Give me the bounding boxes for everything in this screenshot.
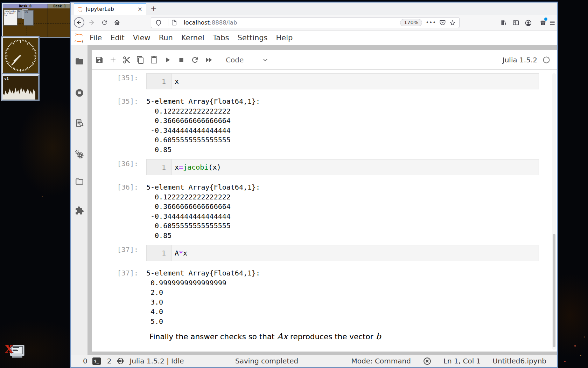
markdown-text: reproduces the vector: [288, 332, 376, 341]
input-prompt: [37]:: [92, 245, 142, 261]
clock-tick: [5, 60, 7, 61]
menu-settings[interactable]: Settings: [237, 34, 267, 42]
library-icon[interactable]: [499, 18, 508, 27]
clock-tick: [23, 40, 24, 41]
code-cell-input[interactable]: 1 A*x: [146, 245, 539, 261]
restart-button[interactable]: [191, 56, 199, 64]
xterm-window-icon[interactable]: X: [5, 342, 24, 358]
kernel-chip-icon[interactable]: [116, 357, 125, 365]
kernel-name[interactable]: Julia 1.5.2: [503, 56, 537, 64]
pager-desk-1[interactable]: Desk 1: [48, 4, 71, 37]
notebook-scroll-area[interactable]: [35]: 1 x [35]: 5-element Array{Float64,…: [92, 70, 557, 352]
extensions-icon[interactable]: [75, 206, 84, 215]
code-cell-input[interactable]: 1 x: [146, 73, 539, 89]
clock-tick: [27, 42, 28, 45]
clock-tick: [5, 58, 6, 59]
page-info-icon[interactable]: [171, 20, 177, 26]
terminal-icon[interactable]: $_: [92, 357, 101, 365]
pager-mini-window[interactable]: src: [24, 10, 34, 26]
bookmark-star-icon[interactable]: [449, 19, 456, 26]
clock-tick: [19, 40, 19, 41]
menu-run[interactable]: Run: [159, 34, 173, 42]
code-line[interactable]: x: [172, 77, 179, 86]
url-bar[interactable]: localhost:8888/lab 170% •••: [151, 17, 460, 28]
terminals-count[interactable]: 0: [83, 357, 88, 365]
scrollbar-thumb[interactable]: [553, 234, 555, 347]
url-text[interactable]: localhost:8888/lab: [184, 19, 400, 26]
menu-file[interactable]: File: [90, 34, 102, 42]
clock-tick: [20, 69, 21, 71]
run-all-button[interactable]: [204, 56, 213, 64]
menu-view[interactable]: View: [133, 34, 150, 42]
kernel-status-icon[interactable]: [542, 56, 551, 64]
circle-x-icon[interactable]: [423, 357, 432, 366]
clock-tick: [24, 69, 26, 70]
menu-edit[interactable]: Edit: [110, 34, 125, 42]
tracking-shield-icon[interactable]: [155, 20, 162, 26]
command-palette-icon[interactable]: [75, 118, 84, 128]
reload-icon: [101, 19, 108, 26]
account-icon[interactable]: [524, 18, 533, 27]
back-button[interactable]: [74, 17, 84, 28]
code-line[interactable]: x=jacobi(x): [172, 163, 221, 172]
add-button[interactable]: [109, 56, 117, 64]
cell-type-dropdown[interactable]: Code: [226, 56, 244, 64]
open-tabs-icon[interactable]: [75, 177, 84, 186]
stop-button[interactable]: [177, 56, 186, 64]
kernel-status-text[interactable]: Julia 1.5.2 | Idle: [130, 357, 184, 365]
sidebar-toggle-icon[interactable]: [511, 18, 520, 27]
save-button[interactable]: [95, 56, 104, 64]
pocket-icon[interactable]: [439, 19, 446, 26]
cut-button[interactable]: [122, 56, 131, 64]
chevron-down-icon[interactable]: [262, 56, 269, 63]
load-graph: [3, 86, 35, 100]
clock-tick: [12, 42, 14, 45]
notebook-scrollbar[interactable]: [552, 73, 556, 350]
code-cell-input[interactable]: 1 x=jacobi(x): [146, 159, 539, 175]
tab-title: JupyterLab: [86, 6, 137, 12]
pager-desk-0[interactable]: Desk 0 JupyterLab - MozillaZoXasrc: [3, 4, 48, 37]
clock-tick: [34, 49, 35, 50]
city-light: [584, 336, 585, 338]
code-line[interactable]: A*x: [172, 248, 187, 258]
home-button[interactable]: [112, 17, 122, 28]
browser-tab[interactable]: JupyterLab ×: [74, 3, 146, 15]
copy-button[interactable]: [136, 56, 145, 64]
kernels-count[interactable]: 2: [107, 357, 112, 365]
run-button[interactable]: [163, 56, 172, 64]
property-inspector-icon[interactable]: [75, 150, 84, 159]
pager-desk-body[interactable]: JupyterLab - MozillaZoXasrc: [3, 8, 48, 35]
clock-tick: [11, 42, 12, 44]
paste-button[interactable]: [150, 56, 158, 64]
reload-button[interactable]: [99, 17, 110, 28]
page-actions-icon[interactable]: •••: [426, 20, 436, 26]
markdown-text: Finally the answer checks so that: [149, 332, 277, 341]
tab-close-icon[interactable]: ×: [137, 6, 143, 12]
zoom-level-badge[interactable]: 170%: [400, 19, 422, 26]
forward-button[interactable]: [86, 17, 97, 28]
notebook-toolbar: Code Julia 1.5.2: [92, 50, 557, 70]
clock-tick: [24, 40, 26, 42]
menu-help[interactable]: Help: [276, 34, 293, 42]
url-host: localhost: [184, 19, 210, 26]
pager-desk-body[interactable]: [48, 8, 71, 35]
running-sessions-icon[interactable]: [75, 88, 84, 97]
file-browser-icon[interactable]: [75, 57, 84, 66]
menu-kernel[interactable]: Kernel: [181, 34, 204, 42]
clock-tick: [5, 52, 6, 53]
pager-mini-window[interactable]: JupyterLab - Mozilla: [4, 9, 18, 26]
menu-hamburger-icon[interactable]: [548, 18, 557, 27]
menu-tabs[interactable]: Tabs: [213, 34, 229, 42]
system-monitor-widget: v1: [1, 74, 40, 101]
input-prompt: [36]:: [92, 159, 142, 175]
cursor-position[interactable]: Ln 1, Col 1: [443, 357, 481, 365]
pager-grid-line: [48, 23, 71, 23]
cell-output: 5-element Array{Float64,1}: 0.9999999999…: [146, 268, 260, 326]
clock-tick: [34, 56, 36, 56]
desktop-pager[interactable]: Desk 0 JupyterLab - MozillaZoXasrc Desk …: [2, 3, 72, 38]
clock-tick: [34, 61, 35, 62]
line-number: 1: [147, 245, 172, 261]
command-mode-indicator[interactable]: Mode: Command: [351, 357, 411, 365]
new-tab-button[interactable]: +: [149, 4, 159, 14]
whats-new-gift-icon[interactable]: [538, 18, 547, 27]
